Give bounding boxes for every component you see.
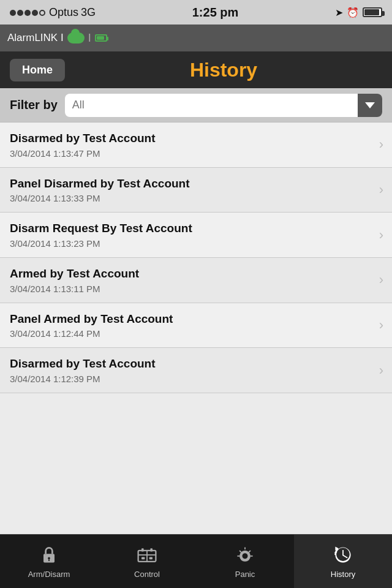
history-item-time: 3/04/2014 1:13:23 PM [10,238,361,249]
chevron-right-icon: › [379,182,383,198]
history-item-title: Disarmed by Test Account [10,356,361,372]
history-item-title: Panel Armed by Test Account [10,312,361,327]
chevron-right-icon: › [379,272,383,288]
carrier-label: Optus [49,6,78,19]
status-left: Optus 3G [10,6,96,19]
nav-bar: Home History [0,51,392,88]
chevron-right-icon: › [379,137,383,153]
app-name-text: AlarmLINK I [7,32,64,44]
history-item-time: 3/04/2014 1:13:33 PM [10,193,361,203]
tab-control-label: Control [134,570,160,579]
filter-label: Filter by [10,98,58,112]
filter-input[interactable] [65,99,358,111]
svg-point-11 [243,553,248,559]
tab-control[interactable]: Control [98,535,196,588]
signal-dots [10,6,47,19]
history-list: Disarmed by Test Account3/04/2014 1:13:4… [0,123,392,534]
history-item-time: 3/04/2014 1:13:11 PM [10,284,361,294]
clock-icon: ⏰ [347,7,359,18]
history-item-time: 3/04/2014 1:13:47 PM [10,148,361,159]
filter-dropdown-button[interactable] [358,94,382,117]
network-label: 3G [81,6,96,19]
svg-line-16 [239,551,241,552]
alarm-icon [234,544,256,566]
svg-line-15 [249,551,251,552]
battery-icon [363,7,382,17]
history-item-title: Panel Disarmed by Test Account [10,176,361,192]
tab-arm-disarm-label: Arm/Disarm [28,570,70,579]
history-list-item[interactable]: Armed by Test Account3/04/2014 1:13:11 P… [0,258,392,303]
time-display: 1:25 pm [192,6,239,20]
history-list-item[interactable]: Disarm Request By Test Account3/04/2014 … [0,213,392,258]
tab-history-label: History [331,570,355,579]
chevron-right-icon: › [379,227,383,243]
history-item-title: Disarm Request By Test Account [10,221,361,236]
main-content: Filter by Disarmed by Test Account3/04/2… [0,88,392,534]
history-list-item[interactable]: Panel Armed by Test Account3/04/2014 1:1… [0,303,392,349]
cloud-icon [67,32,85,43]
chevron-right-icon: › [379,363,383,379]
tab-bar: Arm/Disarm Control [0,534,392,588]
svg-rect-5 [141,548,144,551]
history-list-item[interactable]: Disarmed by Test Account3/04/2014 1:12:3… [0,348,392,393]
app-name-label: AlarmLINK I I [7,32,107,45]
tab-panic[interactable]: Panic [196,535,294,588]
chevron-right-icon: › [379,317,383,333]
history-item-title: Armed by Test Account [10,266,361,282]
history-list-item[interactable]: Disarmed by Test Account3/04/2014 1:13:4… [0,123,392,168]
separator: I [88,32,91,45]
app-header: AlarmLINK I I [0,24,392,51]
tab-history[interactable]: History [294,535,392,588]
history-item-title: Disarmed by Test Account [10,131,361,146]
battery-green-icon [95,34,107,42]
status-right: ➤ ⏰ [335,7,382,18]
status-bar: Optus 3G 1:25 pm ➤ ⏰ [0,0,392,24]
history-list-item[interactable]: Panel Disarmed by Test Account3/04/2014 … [0,168,392,213]
filter-bar: Filter by [0,88,392,123]
chevron-down-icon [365,102,375,108]
filter-select-wrapper [65,94,382,117]
page-title: History [65,59,382,81]
svg-rect-6 [150,548,153,551]
lock-icon [38,544,60,566]
svg-point-1 [48,557,50,560]
home-button[interactable]: Home [10,59,65,81]
navigation-icon: ➤ [335,7,343,18]
history-item-time: 3/04/2014 1:12:39 PM [10,374,361,384]
tab-panic-label: Panic [235,570,255,579]
svg-rect-7 [141,557,145,560]
history-icon [332,544,354,566]
svg-rect-8 [149,557,153,560]
history-item-time: 3/04/2014 1:12:44 PM [10,328,361,339]
control-icon [136,544,158,566]
tab-arm-disarm[interactable]: Arm/Disarm [0,535,98,588]
